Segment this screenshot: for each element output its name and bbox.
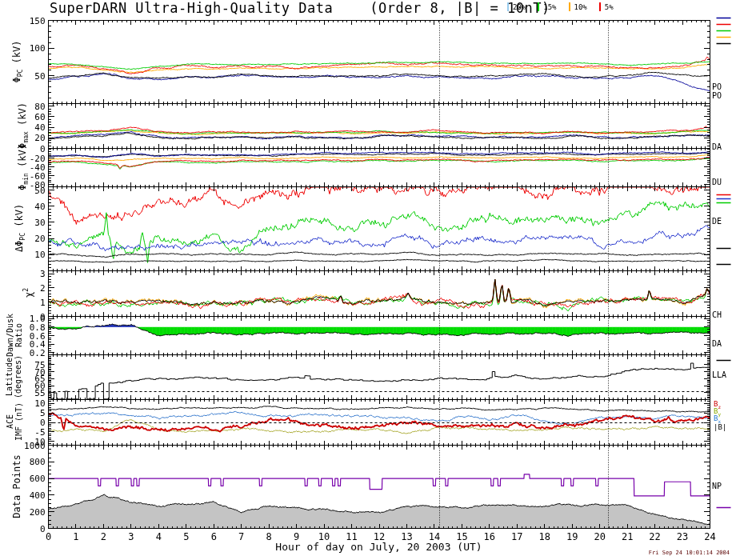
right-label-pot-b: PO bbox=[712, 92, 722, 100]
right-label-pot-a: PO bbox=[712, 83, 722, 91]
plot-timestamp: Fri Sep 24 10:01:14 2004 bbox=[649, 550, 730, 556]
title-main: SuperDARN Ultra-High-Quality Data bbox=[50, 0, 333, 16]
legend-swatch-10 bbox=[569, 2, 570, 11]
right-label-np: NP bbox=[712, 482, 722, 490]
percent-legend: 20% 15% 10% 5% bbox=[507, 2, 614, 11]
right-label-ratio: DA bbox=[712, 340, 722, 348]
right-label-chi: CH bbox=[712, 311, 722, 319]
legend-label-20: 20% bbox=[513, 3, 526, 11]
superdarn-figure: SuperDARN Ultra-High-Quality Data(Order … bbox=[0, 0, 732, 560]
legend-label-5: 5% bbox=[605, 3, 614, 11]
legend-label-10: 10% bbox=[574, 3, 587, 11]
y-axis-label-delta-phi: ΔΦPC (kV) bbox=[15, 186, 26, 270]
legend-label-15: 15% bbox=[543, 3, 556, 11]
page-title: SuperDARN Ultra-High-Quality Data(Order … bbox=[50, 0, 550, 16]
legend-swatch-20 bbox=[507, 2, 509, 11]
legend-swatch-15 bbox=[538, 2, 539, 11]
y-axis-label-data-points: Data Points bbox=[13, 445, 24, 528]
chart-canvas bbox=[0, 0, 732, 560]
right-label-delta: DE bbox=[712, 218, 722, 226]
y-axis-label-chi-squared: χ2 bbox=[22, 277, 33, 309]
right-label-dusk: DU bbox=[712, 178, 722, 186]
legend-item-10: 10% bbox=[569, 2, 587, 11]
x-axis-title: Hour of day on July, 20 2003 (UT) bbox=[48, 541, 710, 553]
legend-swatch-5 bbox=[599, 2, 601, 11]
y-axis-label-ace-imf: ACEIMF (nT) bbox=[6, 394, 23, 450]
legend-item-20: 20% bbox=[507, 2, 526, 11]
right-label-llat: LLA bbox=[712, 371, 726, 379]
right-label-btotal: |B| bbox=[714, 424, 726, 434]
legend-item-5: 5% bbox=[599, 2, 614, 11]
legend-item-15: 15% bbox=[538, 2, 556, 11]
right-label-dawn: DA bbox=[712, 143, 722, 151]
